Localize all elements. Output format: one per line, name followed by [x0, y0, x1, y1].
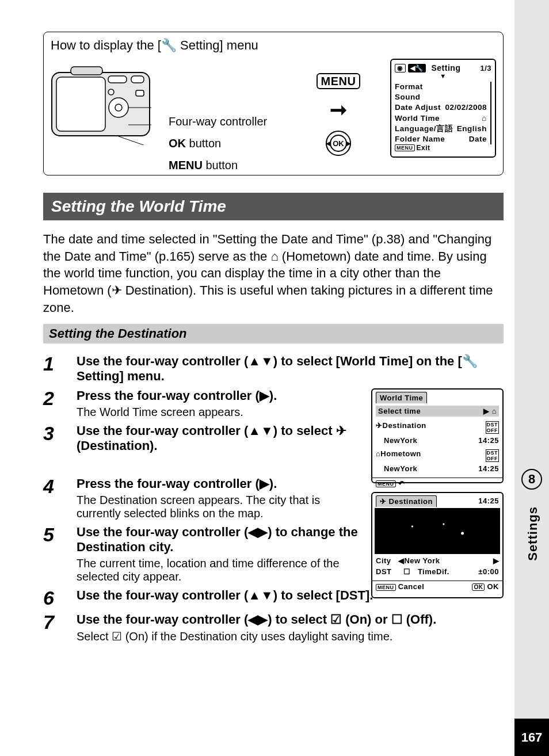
side-margin [514, 0, 549, 756]
step-number: 4 [43, 476, 60, 496]
arrow-right-icon: ➞ [330, 98, 347, 122]
step-number: 7 [43, 612, 60, 632]
world-time-lcd: World Time Select time▶ ⌂ ✈DestinationDS… [371, 388, 504, 483]
chapter-label: Settings [525, 506, 540, 561]
svg-rect-3 [108, 76, 127, 83]
page-number: 167 [514, 719, 549, 756]
ok-dial-icon: ◀ OK ▶ [326, 131, 351, 156]
howto-box: How to display the [🔧 Setting] menu [43, 32, 504, 175]
step-number: 5 [43, 525, 60, 544]
step-number: 6 [43, 588, 60, 608]
sub-heading: Setting the Destination [43, 324, 504, 343]
camera-labels: Four-way controller OK button MENU butto… [169, 59, 287, 176]
section-heading: Setting the World Time [43, 193, 504, 220]
world-map-icon [375, 508, 500, 554]
step-number: 2 [43, 388, 60, 408]
svg-rect-8 [136, 90, 144, 96]
step-number: 1 [43, 354, 60, 373]
setup-tab-icon: ◀🔧 [408, 64, 426, 72]
setting-rows: Format Sound Date Adjust02/02/2008 World… [395, 82, 491, 144]
destination-lcd: ✈ Destination14:25 City ◀New York▶ DST ☐… [371, 492, 504, 598]
step-number: 3 [43, 423, 60, 443]
svg-line-11 [119, 136, 151, 145]
svg-point-7 [108, 89, 114, 95]
svg-rect-4 [131, 76, 144, 83]
svg-point-6 [115, 104, 122, 111]
arrow-block: MENU ➞ ◀ OK ▶ [304, 59, 373, 176]
svg-rect-2 [71, 67, 102, 75]
intro-paragraph: The date and time selected in "Setting t… [43, 231, 504, 316]
chapter-circle: 8 [521, 469, 542, 490]
setting-menu-lcd: ◉ ◀🔧 Setting 1/3 ▼ Format Sound Date Adj… [390, 59, 496, 158]
camera-tab-icon: ◉ [395, 64, 406, 72]
howto-title: How to display the [🔧 Setting] menu [51, 38, 496, 53]
svg-rect-1 [56, 77, 105, 131]
menu-pill: MENU [317, 73, 361, 89]
camera-illustration [51, 59, 151, 176]
